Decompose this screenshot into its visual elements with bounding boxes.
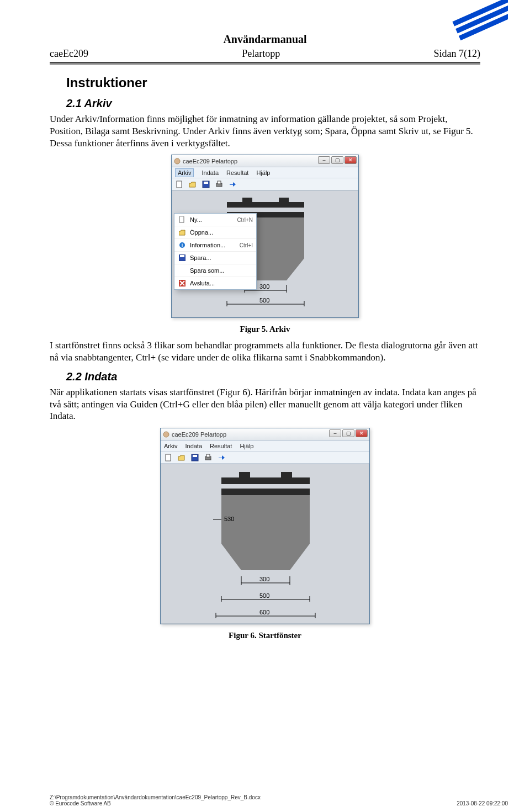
footer-path: Z:\Programdokumentation\Användardokument… — [50, 794, 261, 800]
header-rule — [50, 62, 480, 65]
maximize-button[interactable]: ▢ — [342, 429, 354, 437]
svg-rect-17 — [227, 202, 304, 208]
new-icon[interactable] — [164, 453, 173, 462]
window-titlebar: caeEc209 Pelartopp – ▢ ✕ — [172, 155, 358, 167]
svg-text:i: i — [182, 242, 183, 248]
heading-arkiv: 2.1 Arkiv — [66, 97, 480, 110]
open-icon[interactable] — [188, 180, 197, 189]
svg-rect-13 — [180, 255, 184, 257]
menu-item-ny[interactable]: Ny... Ctrl+N — [174, 214, 256, 226]
minimize-button[interactable]: – — [329, 429, 341, 437]
menu-hjalp[interactable]: Hjälp — [256, 169, 270, 176]
app-icon — [163, 431, 169, 438]
menu-item-spara[interactable]: Spara... — [174, 252, 256, 264]
svg-rect-29 — [193, 455, 197, 457]
toolbar — [161, 452, 369, 464]
open-folder-icon — [178, 228, 187, 237]
window-title: caeEc209 Pelartopp — [172, 431, 226, 438]
guide-icon[interactable] — [217, 453, 226, 462]
dim-300: 300 — [259, 283, 269, 290]
para-arkiv-1: Under Arkiv/Information finns möjlighet … — [50, 113, 480, 149]
window-titlebar: caeEc209 Pelartopp – ▢ ✕ — [161, 428, 369, 441]
print-icon[interactable] — [215, 180, 224, 189]
pelartopp-shape — [161, 464, 370, 624]
menu-resultat[interactable]: Resultat — [210, 443, 232, 449]
exit-icon — [178, 279, 187, 288]
header-right: Sidan 7(12) — [433, 48, 480, 60]
figure-5: caeEc209 Pelartopp – ▢ ✕ Arkiv Indata Re… — [50, 155, 480, 320]
menu-indata[interactable]: Indata — [185, 443, 202, 449]
heading-instruktioner: Instruktioner — [66, 75, 480, 91]
dim-500b: 500 — [259, 592, 269, 599]
menu-arkiv[interactable]: Arkiv — [164, 443, 177, 449]
svg-rect-35 — [221, 489, 310, 495]
menu-item-avsluta[interactable]: Avsluta... — [174, 277, 256, 289]
svg-point-3 — [174, 158, 180, 164]
footer-copy: © Eurocode Software AB — [50, 800, 261, 806]
minimize-button[interactable]: – — [318, 156, 330, 164]
svg-marker-36 — [221, 495, 310, 570]
app-window-fig6: caeEc209 Pelartopp – ▢ ✕ Arkiv Indata Re… — [160, 428, 370, 624]
menu-indata[interactable]: Indata — [202, 169, 219, 176]
fig6-caption: Figur 6. Startfönster — [50, 631, 480, 640]
page-footer: Z:\Programdokumentation\Användardokument… — [50, 794, 508, 806]
new-file-icon — [178, 215, 187, 224]
figure-6: caeEc209 Pelartopp – ▢ ✕ Arkiv Indata Re… — [50, 428, 480, 627]
svg-rect-9 — [179, 216, 184, 222]
menu-item-information[interactable]: i Information... Ctrl+I — [174, 239, 256, 252]
svg-rect-8 — [218, 181, 221, 184]
logo-stripes — [442, 0, 508, 44]
menu-resultat[interactable]: Resultat — [226, 169, 248, 176]
drawing-canvas-fig6: 530 300 500 600 — [161, 464, 369, 624]
footer-date: 2013-08-22 09:22:00 — [457, 800, 508, 806]
doc-title: Användarmanual — [50, 33, 480, 46]
arkiv-dropdown: Ny... Ctrl+N Öppna... i Information... C… — [174, 213, 257, 290]
svg-rect-15 — [242, 198, 252, 202]
header-mid: Pelartopp — [242, 48, 280, 60]
close-button[interactable]: ✕ — [356, 429, 368, 437]
save-icon[interactable] — [202, 180, 210, 189]
svg-point-26 — [163, 432, 169, 437]
header-left: caeEc209 — [50, 48, 88, 60]
page-header: caeEc209 Pelartopp Sidan 7(12) — [50, 48, 480, 61]
menubar: Arkiv Indata Resultat Hjälp — [161, 441, 369, 452]
open-icon[interactable] — [177, 453, 186, 462]
fig5-caption: Figur 5. Arkiv — [50, 325, 480, 334]
svg-rect-6 — [204, 182, 208, 184]
svg-rect-4 — [177, 181, 182, 188]
close-button[interactable]: ✕ — [344, 156, 357, 164]
svg-rect-27 — [166, 454, 171, 461]
maximize-button[interactable]: ▢ — [331, 156, 343, 164]
heading-indata: 2.2 Indata — [66, 370, 480, 383]
menu-item-sparasom[interactable]: Spara som... — [174, 264, 256, 277]
svg-rect-34 — [221, 477, 310, 484]
svg-rect-32 — [239, 472, 250, 477]
dim-600: 600 — [259, 609, 269, 615]
menu-hjalp[interactable]: Hjälp — [240, 443, 253, 449]
app-icon — [174, 158, 181, 164]
menu-item-oppna[interactable]: Öppna... — [174, 226, 256, 239]
para-indata-1: När applikationen startats visas startfö… — [50, 386, 480, 422]
svg-rect-31 — [206, 454, 210, 457]
para-arkiv-2: I startfönstret finns också 3 flikar som… — [50, 339, 480, 364]
save-icon[interactable] — [190, 453, 199, 462]
save-disk-icon — [178, 253, 187, 262]
new-icon[interactable] — [175, 180, 184, 189]
svg-rect-33 — [281, 472, 292, 477]
window-title: caeEc209 Pelartopp — [183, 158, 237, 164]
saveas-icon — [178, 266, 187, 275]
menubar: Arkiv Indata Resultat Hjälp — [172, 167, 358, 178]
print-icon[interactable] — [204, 453, 213, 462]
svg-rect-16 — [279, 198, 289, 202]
dim-300b: 300 — [259, 576, 269, 582]
toolbar — [172, 178, 358, 190]
menu-arkiv[interactable]: Arkiv — [175, 168, 194, 177]
info-icon: i — [178, 241, 187, 250]
guide-icon[interactable] — [228, 180, 237, 189]
dim-530: 530 — [224, 516, 234, 522]
dim-500: 500 — [259, 297, 269, 304]
app-window-fig5: caeEc209 Pelartopp – ▢ ✕ Arkiv Indata Re… — [171, 155, 359, 318]
